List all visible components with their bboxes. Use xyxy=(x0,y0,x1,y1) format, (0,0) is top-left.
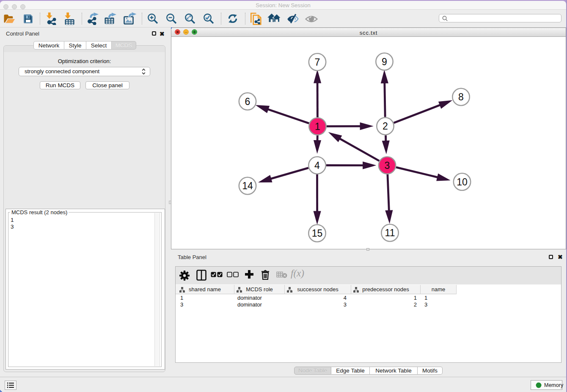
svg-text:6: 6 xyxy=(245,96,250,107)
svg-text:15: 15 xyxy=(312,228,323,239)
svg-text:7: 7 xyxy=(315,57,320,68)
svg-text:8: 8 xyxy=(458,91,464,102)
svg-text:4: 4 xyxy=(314,160,320,171)
svg-text:2: 2 xyxy=(383,121,388,132)
svg-text:14: 14 xyxy=(242,180,253,191)
svg-text:11: 11 xyxy=(385,227,395,238)
svg-text:1: 1 xyxy=(315,121,320,132)
svg-text:10: 10 xyxy=(457,177,468,188)
svg-text:9: 9 xyxy=(382,56,387,67)
svg-text:3: 3 xyxy=(385,160,390,171)
